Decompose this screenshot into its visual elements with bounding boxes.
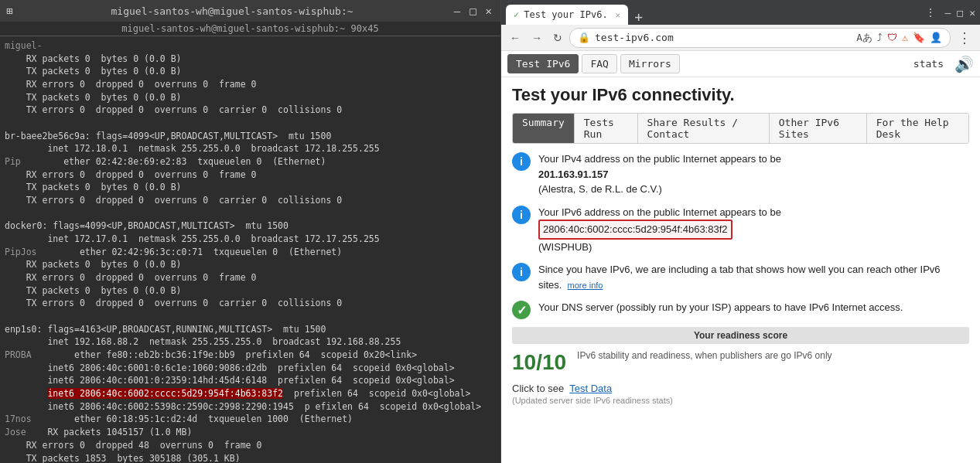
ipv4-info-row: i Your IPv4 address on the public Intern… <box>512 151 969 197</box>
account-icon[interactable]: 👤 <box>930 32 942 43</box>
test-data-prefix: Click to see <box>512 383 564 394</box>
term-line: TX errors 0 dropped 0 overruns 0 carrier… <box>5 194 496 207</box>
term-line: inet 172.17.0.1 netmask 255.255.0.0 broa… <box>5 233 496 246</box>
highlighted-ipv6-line: inet6 2806:40c:6002:cccc:5d29:954f:4b63:… <box>5 387 496 400</box>
browser-tab-active[interactable]: ✓ Test your IPv6. ✕ <box>506 5 628 25</box>
terminal-subtitle: miguel-santos-wh@miguel-santos-wisphub:~… <box>0 22 500 36</box>
ipv6-address-box: 2806:40c:6002:cccc:5d29:954f:4b63:83f2 <box>538 220 732 240</box>
ipv6-org: (WISPHUB) <box>538 241 592 253</box>
nav-tab-mirrors[interactable]: Mirrors <box>620 54 680 73</box>
dns-check-row: ✓ Your DNS server (possibly run by your … <box>512 300 969 319</box>
ipv6-tab-notice-row: i Since you have IPv6, we are including … <box>512 262 969 292</box>
ipv6-info-text: Your IPv6 address on the public Internet… <box>538 205 969 255</box>
term-line: inet6 2806:40c:6001:0:6c1e:1060:9086:d2d… <box>5 362 496 375</box>
term-line: TX packets 1853 bytes 305188 (305.1 KB) <box>5 452 496 464</box>
nav-tab-test-ipv6[interactable]: Test IPv6 <box>507 54 579 73</box>
minimize-button[interactable]: — <box>452 5 463 17</box>
nav-stats-label: stats <box>913 58 944 70</box>
nav-tab-mirrors-label: Mirrors <box>629 58 671 70</box>
ipv4-line1: Your IPv4 address on the public Internet… <box>538 153 781 165</box>
result-tab-share[interactable]: Share Results / Contact <box>638 114 770 143</box>
reload-button[interactable]: ↻ <box>549 30 566 46</box>
ipv6-tab-notice-icon: i <box>512 263 531 281</box>
test-data-link[interactable]: Test Data <box>569 383 612 394</box>
results-tabs: Summary Tests Run Share Results / Contac… <box>512 113 969 144</box>
result-tab-share-label: Share Results / Contact <box>647 117 738 140</box>
updated-note: (Updated server side IPv6 readiness stat… <box>512 396 969 405</box>
term-line: TX packets 0 bytes 0 (0.0 B) <box>5 65 496 78</box>
readiness-bar: Your readiness score <box>512 327 969 344</box>
close-button[interactable]: ✕ <box>483 5 494 17</box>
term-line: Jose RX packets 1045157 (1.0 MB) <box>5 426 496 439</box>
bookmark-icon[interactable]: 🔖 <box>913 32 925 43</box>
term-line: RX errors 0 dropped 0 overruns 0 frame 0 <box>5 78 496 91</box>
nav-tab-faq[interactable]: FAQ <box>582 54 616 73</box>
test-data-section: Click to see Test Data <box>512 383 969 394</box>
browser-panel: ✓ Test your IPv6. ✕ + ⋮ — □ ✕ ← → ↻ 🔒 te… <box>501 0 980 463</box>
readiness-score: 10/10 <box>512 350 566 375</box>
term-line: TX packets 0 bytes 0 (0.0 B) <box>5 181 496 194</box>
terminal-title: miguel-santos-wh@miguel-santos-wisphub:~ <box>12 5 451 17</box>
warning-icon[interactable]: ⚠ <box>902 32 908 43</box>
result-tab-other-ipv6-label: Other IPv6 Sites <box>779 117 839 140</box>
ipv4-info-icon: i <box>512 152 531 171</box>
ipv4-isp: (Alestra, S. de R.L. de C.V.) <box>538 183 662 195</box>
tab-favicon: ✓ <box>514 9 519 20</box>
ipv4-address: 201.163.91.157 <box>538 169 608 180</box>
tab-title: Test your IPv6. <box>524 9 607 20</box>
address-bar-url: test-ipv6.com <box>595 32 852 43</box>
nav-stats-link[interactable]: stats <box>913 58 944 70</box>
add-tab-button[interactable]: + <box>628 9 649 25</box>
terminal-controls[interactable]: — □ ✕ <box>452 5 494 17</box>
forward-button[interactable]: → <box>528 30 546 46</box>
term-line: TX packets 0 bytes 0 (0.0 B) <box>5 91 496 104</box>
browser-tabs: ✓ Test your IPv6. ✕ + <box>506 0 649 25</box>
result-tab-tests-run-label: Tests Run <box>584 117 614 140</box>
result-tab-tests-run[interactable]: Tests Run <box>575 114 638 143</box>
result-tab-other-ipv6[interactable]: Other IPv6 Sites <box>770 114 867 143</box>
term-line: TX errors 0 dropped 0 overruns 0 carrier… <box>5 297 496 310</box>
back-button[interactable]: ← <box>506 30 524 46</box>
term-line: Pip ether 02:42:8e:69:e2:83 txqueuelen 0… <box>5 155 496 169</box>
result-tab-summary[interactable]: Summary <box>513 114 575 143</box>
term-line: enp1s0: flags=4163<UP,BROADCAST,RUNNING,… <box>5 323 496 336</box>
nav-tab-test-ipv6-label: Test IPv6 <box>516 58 570 70</box>
result-tab-help-desk[interactable]: For the Help Desk <box>867 114 968 143</box>
term-line: TX errors 0 dropped 0 overruns 0 carrier… <box>5 104 496 117</box>
nav-tab-faq-label: FAQ <box>590 58 608 70</box>
term-line: inet6 2806:40c:6001:0:2359:14hd:45d4:614… <box>5 374 496 387</box>
window-maximize-button[interactable]: □ <box>957 7 963 19</box>
address-bar[interactable]: 🔒 test-ipv6.com Aあ ⤴ 🛡 ⚠ 🔖 👤 <box>569 28 951 48</box>
term-line: PROBA ether fe80::eb2b:bc36:1f9e:bb9 pre… <box>5 349 496 362</box>
ipv6-highlight: inet6 2806:40c:6002:cccc:5d29:954f:4b63:… <box>47 388 283 399</box>
window-close-button[interactable]: ✕ <box>969 7 975 19</box>
more-info-link[interactable]: more info <box>568 281 603 290</box>
tab-close-button[interactable]: ✕ <box>616 10 621 20</box>
readiness-bar-label: Your readiness score <box>694 330 787 341</box>
term-line: PipJos ether 02:42:96:3c:c0:71 txqueuele… <box>5 246 496 259</box>
term-line: RX packets 0 bytes 0 (0.0 B) <box>5 53 496 66</box>
window-minimize-button[interactable]: — <box>945 7 951 19</box>
term-line: inet6 2806:40c:6002:5398c:2590c:2998:229… <box>5 400 496 414</box>
terminal-body: miguel- RX packets 0 bytes 0 (0.0 B) TX … <box>0 36 500 463</box>
share-icon[interactable]: ⤴ <box>877 32 883 43</box>
term-line: RX errors 0 dropped 0 overruns 0 frame 0 <box>5 169 496 182</box>
term-line: inet 172.18.0.1 netmask 255.255.0.0 broa… <box>5 142 496 155</box>
maximize-button[interactable]: □ <box>467 5 478 17</box>
ipv6-line1: Your IPv6 address on the public Internet… <box>538 206 781 218</box>
grid-icon: ⊞ <box>6 5 12 17</box>
term-line: docker0: flags=4099<UP,BROADCAST,MULTICA… <box>5 220 496 233</box>
ipv6-info-icon: i <box>512 206 531 224</box>
site-content: Test your IPv6 connectivity. Summary Tes… <box>501 77 980 463</box>
extensions-icon[interactable]: 🛡 <box>887 32 897 43</box>
translate-button[interactable]: 🔊 <box>954 55 974 73</box>
translate-icon[interactable]: Aあ <box>856 31 872 45</box>
ipv6-info-row: i Your IPv6 address on the public Intern… <box>512 205 969 255</box>
browser-menu-button[interactable]: ⋮ <box>922 6 939 19</box>
site-heading: Test your IPv6 connectivity. <box>512 85 969 105</box>
term-line: 17nos ether 60:18:95:1c:d2:4d txqueuelen… <box>5 413 496 426</box>
term-line <box>5 117 496 130</box>
browser-menu-toolbar-button[interactable]: ⋮ <box>954 28 975 48</box>
term-line: RX errors 0 dropped 0 overruns 0 frame 0 <box>5 271 496 284</box>
term-line: br-baee2be56c9a: flags=4099<UP,BROADCAST… <box>5 130 496 143</box>
